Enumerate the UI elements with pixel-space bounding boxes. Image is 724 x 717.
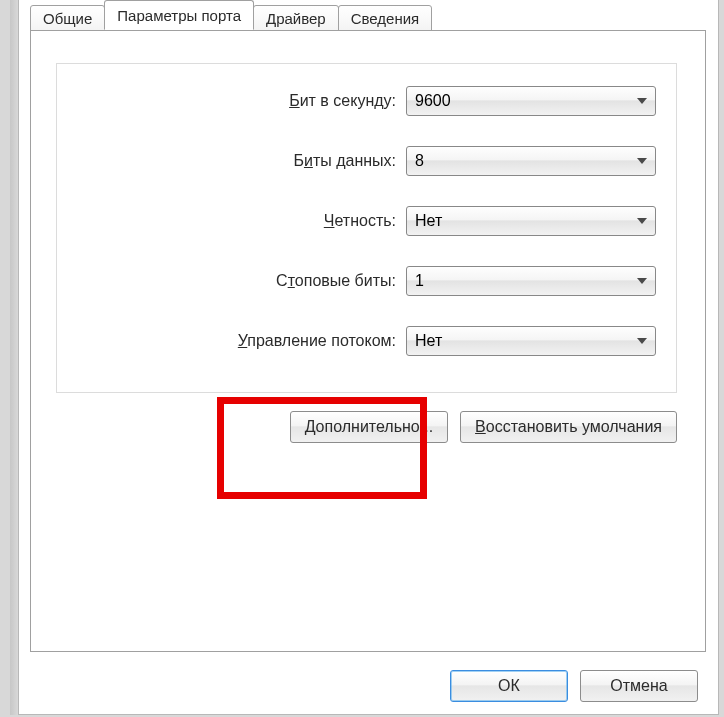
window-shadow — [10, 0, 18, 715]
stopbits-combo[interactable]: 1 — [406, 266, 656, 296]
databits-combo[interactable]: 8 — [406, 146, 656, 176]
parity-combo[interactable]: Нет — [406, 206, 656, 236]
restore-defaults-button[interactable]: Восстановить умолчания — [460, 411, 677, 443]
cancel-button[interactable]: Отмена — [580, 670, 698, 702]
databits-row: Биты данных: 8 — [77, 146, 656, 176]
action-buttons-row: Дополнительно... Восстановить умолчания — [56, 411, 677, 443]
dialog-footer: ОК Отмена — [19, 658, 718, 714]
baud-combo[interactable]: 9600 — [406, 86, 656, 116]
chevron-down-icon — [637, 158, 647, 164]
databits-label: Биты данных: — [293, 152, 396, 170]
tabs-row: Общие Параметры порта Драйвер Сведения — [19, 0, 718, 30]
flowctrl-combo[interactable]: Нет — [406, 326, 656, 356]
ok-button[interactable]: ОК — [450, 670, 568, 702]
baud-value: 9600 — [415, 92, 451, 110]
properties-window: Общие Параметры порта Драйвер Сведения Б… — [18, 0, 719, 715]
flowctrl-row: Управление потоком: Нет — [77, 326, 656, 356]
parity-value: Нет — [415, 212, 442, 230]
parity-row: Четность: Нет — [77, 206, 656, 236]
advanced-button[interactable]: Дополнительно... — [290, 411, 448, 443]
tab-details[interactable]: Сведения — [338, 5, 433, 31]
flowctrl-value: Нет — [415, 332, 442, 350]
chevron-down-icon — [637, 338, 647, 344]
databits-value: 8 — [415, 152, 424, 170]
baud-label: Бит в секунду: — [289, 92, 396, 110]
parity-label: Четность: — [324, 212, 396, 230]
stopbits-label: Стоповые биты: — [276, 272, 396, 290]
tab-driver[interactable]: Драйвер — [253, 5, 339, 31]
chevron-down-icon — [637, 278, 647, 284]
chevron-down-icon — [637, 218, 647, 224]
tab-content: Бит в секунду: 9600 Биты данных: 8 Четно… — [30, 30, 706, 652]
stopbits-value: 1 — [415, 272, 424, 290]
stopbits-row: Стоповые биты: 1 — [77, 266, 656, 296]
chevron-down-icon — [637, 98, 647, 104]
tab-port-parameters[interactable]: Параметры порта — [104, 0, 254, 30]
baud-row: Бит в секунду: 9600 — [77, 86, 656, 116]
flowctrl-label: Управление потоком: — [238, 332, 396, 350]
port-settings-group: Бит в секунду: 9600 Биты данных: 8 Четно… — [56, 63, 677, 393]
tab-general[interactable]: Общие — [30, 5, 105, 31]
